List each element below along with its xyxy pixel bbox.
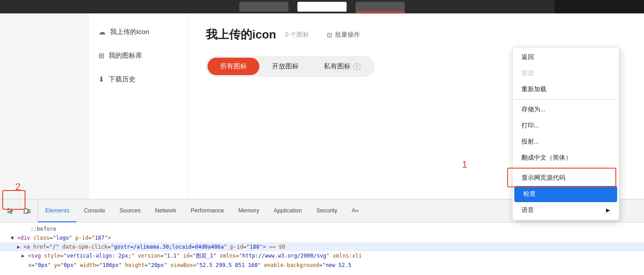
tab-open-icons[interactable]: 开放图标 xyxy=(259,58,311,75)
context-menu-translate[interactable]: 翻成中文（简体） xyxy=(513,150,619,166)
context-menu: 返回 前进 重新加载 存储为... 打印... 投射... 翻成中文（简体） 显… xyxy=(512,47,619,220)
devtools-tabs: Elements Console Sources Network Perform… xyxy=(38,199,366,222)
batch-ops[interactable]: ⊡ 批量操作 xyxy=(327,31,360,39)
tab-private-icons[interactable]: 私有图标 ? xyxy=(311,58,373,75)
tab-memory[interactable]: Memory xyxy=(231,199,267,222)
context-menu-save-as[interactable]: 存储为... xyxy=(513,102,619,118)
loading-bar xyxy=(356,12,405,13)
context-menu-back[interactable]: 返回 xyxy=(513,49,619,65)
tab-performance[interactable]: Performance xyxy=(183,199,231,222)
svg-rect-2 xyxy=(28,210,30,213)
context-menu-cast-label: 投射... xyxy=(521,138,539,146)
context-menu-voice-label: 语音 xyxy=(521,206,534,214)
batch-ops-label: 批量操作 xyxy=(335,31,360,39)
code-line-4: ▶ <svg style="vertical-align: 2px;" vers… xyxy=(0,251,644,261)
context-menu-reload[interactable]: 重新加载 xyxy=(513,81,619,97)
tab-all-icons[interactable]: 所有图标 xyxy=(208,58,259,75)
code-pseudo: ::before xyxy=(30,226,56,232)
cloud-upload-icon: ☁ xyxy=(98,28,106,36)
devtools-icon-group xyxy=(0,199,38,222)
device-toolbar-button[interactable] xyxy=(20,204,34,218)
context-menu-view-source-label: 显示网页源代码 xyxy=(521,174,565,182)
context-menu-reload-label: 重新加载 xyxy=(521,85,547,93)
svg-rect-1 xyxy=(24,209,28,213)
tab-security[interactable]: Security xyxy=(309,199,344,222)
code-view: ::before ▼ <div class="logo" p-id="187">… xyxy=(0,222,644,272)
batch-ops-icon: ⊡ xyxy=(327,31,332,38)
element-picker-button[interactable] xyxy=(4,204,18,218)
submenu-arrow-icon: ▶ xyxy=(606,207,610,213)
browser-tab-2[interactable] xyxy=(297,2,347,12)
sidebar: ☁ 我上传的icon ⊞ 我的图标库 ⬇ 下载历史 xyxy=(89,13,188,199)
code-line-3: ▶ <a href="/" data-spm-click="gostr=/ali… xyxy=(0,242,644,251)
tab-network[interactable]: Network xyxy=(148,199,184,222)
sidebar-item-label: 下载历史 xyxy=(109,75,136,84)
main-header: 我上传的icon 0 个图标 ⊡ 批量操作 xyxy=(206,27,626,42)
context-menu-translate-label: 翻成中文（简体） xyxy=(521,154,572,162)
sidebar-item-download-history[interactable]: ⬇ 下载历史 xyxy=(89,70,187,89)
tab-console[interactable]: Console xyxy=(76,199,112,222)
page-title: 我上传的icon xyxy=(206,27,276,42)
tab-application[interactable]: Application xyxy=(267,199,309,222)
icon-count: 0 个图标 xyxy=(285,31,309,39)
context-menu-forward-label: 前进 xyxy=(521,69,534,77)
browser-corner xyxy=(555,0,644,13)
sidebar-item-label: 我上传的icon xyxy=(110,28,149,36)
tab-sources[interactable]: Sources xyxy=(112,199,148,222)
code-line-2: ▼ <div class="logo" p-id="187"> xyxy=(0,233,644,242)
context-menu-voice[interactable]: 语音 ▶ xyxy=(513,202,619,218)
context-menu-inspect-label: 检查 xyxy=(523,190,536,198)
code-line-5: x="0px" y="0px" width="106px" height="20… xyxy=(0,261,644,270)
sidebar-item-label: 我的图标库 xyxy=(109,51,142,60)
context-menu-inspect[interactable]: 检查 xyxy=(514,186,617,202)
context-menu-cast[interactable]: 投射... xyxy=(513,134,619,150)
icon-filter-tabs: 所有图标 开放图标 私有图标 ? xyxy=(206,56,375,77)
menu-divider-1 xyxy=(513,99,619,100)
page-content: ☁ 我上传的icon ⊞ 我的图标库 ⬇ 下载历史 我上传的icon 0 个图标… xyxy=(0,13,644,199)
cursor-icon xyxy=(7,207,14,215)
device-icon xyxy=(23,207,30,215)
tab-elements[interactable]: Elements xyxy=(38,199,76,222)
sidebar-item-my-library[interactable]: ⊞ 我的图标库 xyxy=(89,46,187,65)
sidebar-item-uploaded-icons[interactable]: ☁ 我上传的icon xyxy=(89,22,187,42)
browser-tab-3[interactable] xyxy=(356,2,405,12)
menu-divider-2 xyxy=(513,168,619,168)
code-line-1: ::before xyxy=(0,224,644,233)
tab-audits[interactable]: A» xyxy=(344,199,366,222)
context-menu-back-label: 返回 xyxy=(521,53,534,61)
context-menu-forward[interactable]: 前进 xyxy=(513,65,619,81)
context-menu-save-as-label: 存储为... xyxy=(521,106,546,114)
svg-marker-0 xyxy=(8,208,13,214)
context-menu-print-label: 打印... xyxy=(521,122,539,130)
browser-chrome xyxy=(0,0,644,13)
browser-tab-1[interactable] xyxy=(239,2,288,12)
annotation-1: 1 xyxy=(462,159,467,170)
context-menu-print[interactable]: 打印... xyxy=(513,118,619,134)
grid-icon: ⊞ xyxy=(98,51,104,60)
annotation-2: 2 xyxy=(15,181,21,193)
context-menu-view-source[interactable]: 显示网页源代码 xyxy=(513,170,619,186)
private-help-icon[interactable]: ? xyxy=(353,63,360,70)
download-icon: ⬇ xyxy=(98,75,104,84)
